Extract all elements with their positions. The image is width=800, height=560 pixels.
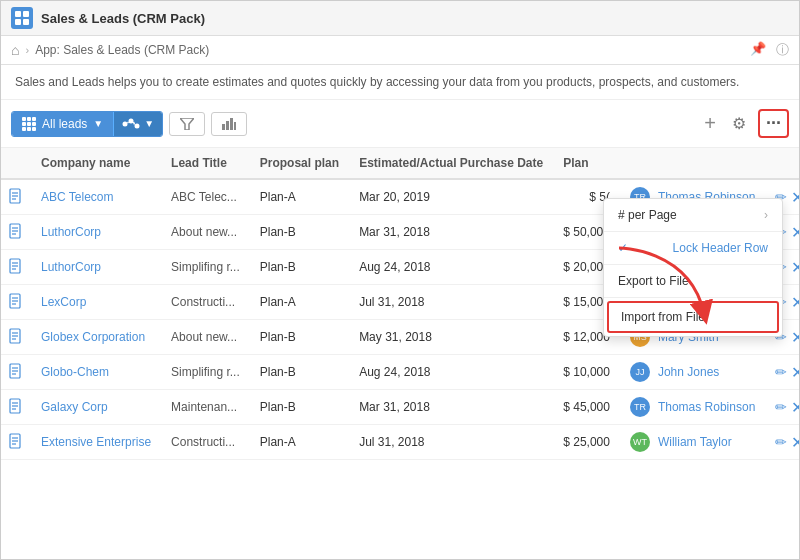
breadcrumb-bar: ⌂ › App: Sales & Leads (CRM Pack) 📌 ⓘ bbox=[1, 36, 799, 65]
breadcrumb-text: App: Sales & Leads (CRM Pack) bbox=[35, 43, 209, 57]
lockheader-label: Lock Header Row bbox=[673, 241, 768, 255]
row-date: Mar 31, 2018 bbox=[349, 390, 553, 425]
company-link[interactable]: Galaxy Corp bbox=[41, 400, 108, 414]
delete-btn[interactable]: ✕ bbox=[791, 188, 799, 207]
col-plan: Plan bbox=[553, 148, 620, 179]
svg-rect-12 bbox=[230, 118, 233, 130]
view-graph-btn[interactable]: ▼ bbox=[113, 112, 162, 136]
delete-btn[interactable]: ✕ bbox=[791, 258, 799, 277]
row-amount: $ 10,000 bbox=[553, 355, 620, 390]
row-title: Constructi... bbox=[161, 425, 250, 460]
row-plan: Plan-B bbox=[250, 250, 349, 285]
filter-btn[interactable] bbox=[169, 112, 205, 136]
row-amount: $ 45,000 bbox=[553, 390, 620, 425]
info-icon[interactable]: ⓘ bbox=[776, 41, 789, 59]
row-company[interactable]: Extensive Enterprise bbox=[31, 425, 161, 460]
breadcrumb-actions: 📌 ⓘ bbox=[750, 41, 789, 59]
dropdown-item-import[interactable]: Import from File bbox=[607, 301, 779, 333]
row-title: About new... bbox=[161, 215, 250, 250]
company-link[interactable]: Extensive Enterprise bbox=[41, 435, 151, 449]
svg-line-7 bbox=[128, 122, 129, 123]
delete-btn[interactable]: ✕ bbox=[791, 223, 799, 242]
svg-rect-3 bbox=[23, 19, 29, 25]
chart-btn[interactable] bbox=[211, 112, 247, 136]
view-selector[interactable]: All leads ▼ ▼ bbox=[11, 111, 163, 137]
row-date: Jul 31, 2018 bbox=[349, 425, 553, 460]
svg-marker-9 bbox=[180, 118, 194, 130]
row-date: Mar 31, 2018 bbox=[349, 215, 553, 250]
add-btn[interactable]: + bbox=[700, 108, 720, 139]
edit-btn[interactable]: ✏ bbox=[775, 364, 787, 380]
col-assigned bbox=[620, 148, 765, 179]
row-company[interactable]: Globex Corporation bbox=[31, 320, 161, 355]
row-plan: Plan-B bbox=[250, 390, 349, 425]
row-doc-icon bbox=[1, 285, 31, 320]
row-company[interactable]: LuthorCorp bbox=[31, 250, 161, 285]
assignee-name: John Jones bbox=[658, 365, 719, 379]
row-date: May 31, 2018 bbox=[349, 320, 553, 355]
col-actions bbox=[765, 148, 799, 179]
assignee-name: William Taylor bbox=[658, 435, 732, 449]
assignee-name: Thomas Robinson bbox=[658, 400, 755, 414]
row-assignee: TR Thomas Robinson bbox=[620, 390, 765, 425]
row-doc-icon bbox=[1, 390, 31, 425]
row-date: Aug 24, 2018 bbox=[349, 355, 553, 390]
delete-btn[interactable]: ✕ bbox=[791, 293, 799, 312]
delete-btn[interactable]: ✕ bbox=[791, 363, 799, 382]
settings-btn[interactable]: ⚙ bbox=[728, 110, 750, 137]
col-company: Company name bbox=[31, 148, 161, 179]
svg-rect-13 bbox=[234, 122, 236, 130]
col-icon bbox=[1, 148, 31, 179]
edit-btn[interactable]: ✏ bbox=[775, 434, 787, 450]
view-selector-left[interactable]: All leads ▼ bbox=[12, 112, 113, 136]
row-title: About new... bbox=[161, 320, 250, 355]
company-link[interactable]: LexCorp bbox=[41, 295, 86, 309]
delete-btn[interactable]: ✕ bbox=[791, 328, 799, 347]
delete-btn[interactable]: ✕ bbox=[791, 433, 799, 452]
more-options-btn[interactable]: ··· bbox=[758, 109, 789, 138]
row-actions: ✏ ✕ bbox=[765, 425, 799, 460]
assignee-avatar: TR bbox=[630, 397, 650, 417]
row-company[interactable]: LexCorp bbox=[31, 285, 161, 320]
dropdown-item-export[interactable]: Export to File bbox=[604, 265, 782, 298]
dropdown-item-perpage[interactable]: # per Page › bbox=[604, 199, 782, 232]
delete-btn[interactable]: ✕ bbox=[791, 398, 799, 417]
row-company[interactable]: Globo-Chem bbox=[31, 355, 161, 390]
home-icon[interactable]: ⌂ bbox=[11, 42, 19, 58]
title-bar: Sales & Leads (CRM Pack) bbox=[1, 1, 799, 36]
row-assignee: WT William Taylor bbox=[620, 425, 765, 460]
table-row: Globo-Chem Simplifing r... Plan-B Aug 24… bbox=[1, 355, 799, 390]
grid-icon bbox=[22, 117, 36, 131]
pin-icon[interactable]: 📌 bbox=[750, 41, 766, 59]
row-company[interactable]: LuthorCorp bbox=[31, 215, 161, 250]
chevron-right-icon: › bbox=[764, 208, 768, 222]
row-plan: Plan-A bbox=[250, 285, 349, 320]
row-title: Simplifing r... bbox=[161, 250, 250, 285]
view-chevron2: ▼ bbox=[144, 118, 154, 129]
row-plan: Plan-B bbox=[250, 320, 349, 355]
company-link[interactable]: Globex Corporation bbox=[41, 330, 145, 344]
row-amount: $ 25,000 bbox=[553, 425, 620, 460]
row-company[interactable]: Galaxy Corp bbox=[31, 390, 161, 425]
svg-rect-1 bbox=[23, 11, 29, 17]
svg-rect-11 bbox=[226, 121, 229, 130]
svg-rect-10 bbox=[222, 124, 225, 130]
edit-btn[interactable]: ✏ bbox=[775, 399, 787, 415]
row-plan: Plan-A bbox=[250, 179, 349, 215]
svg-rect-2 bbox=[15, 19, 21, 25]
row-title: Constructi... bbox=[161, 285, 250, 320]
svg-point-6 bbox=[135, 123, 140, 128]
dropdown-item-lockheader[interactable]: ✓ Lock Header Row bbox=[604, 232, 782, 265]
app-icon bbox=[11, 7, 33, 29]
company-link[interactable]: LuthorCorp bbox=[41, 225, 101, 239]
row-company[interactable]: ABC Telecom bbox=[31, 179, 161, 215]
svg-line-8 bbox=[134, 122, 135, 125]
svg-rect-0 bbox=[15, 11, 21, 17]
company-link[interactable]: LuthorCorp bbox=[41, 260, 101, 274]
company-link[interactable]: ABC Telecom bbox=[41, 190, 113, 204]
row-plan: Plan-B bbox=[250, 355, 349, 390]
export-label: Export to File bbox=[618, 274, 689, 288]
row-actions: ✏ ✕ bbox=[765, 390, 799, 425]
company-link[interactable]: Globo-Chem bbox=[41, 365, 109, 379]
row-title: Simplifing r... bbox=[161, 355, 250, 390]
